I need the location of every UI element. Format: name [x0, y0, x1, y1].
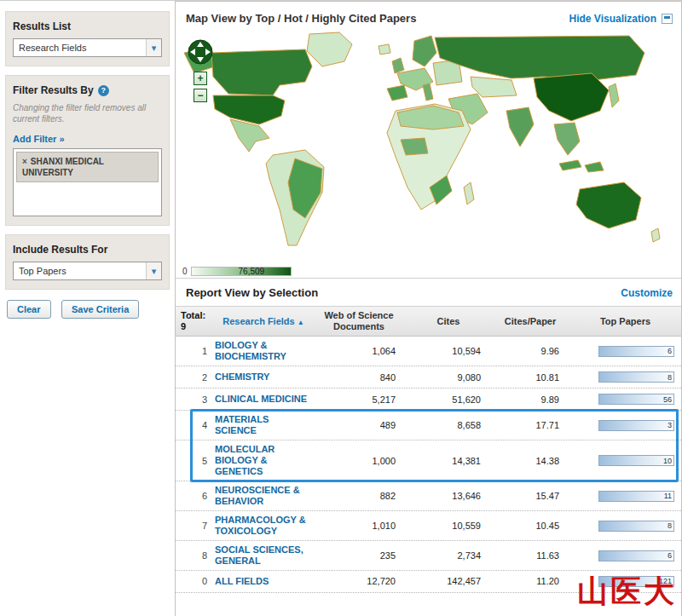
field-link[interactable]: CHEMISTRY — [215, 371, 312, 383]
include-results-dropdown[interactable]: Top Papers ▾ — [13, 262, 162, 280]
pan-control-icon[interactable] — [188, 39, 213, 65]
row-cites-per-paper: 17.71 — [491, 420, 569, 430]
watermark: 山医大 — [577, 571, 677, 613]
collapse-icon[interactable] — [662, 14, 673, 24]
table-row: 1 BIOLOGY & BIOCHEMISTRY 1,064 10,594 9.… — [176, 337, 681, 366]
row-cites: 10,594 — [406, 346, 491, 356]
results-list-block: Results List Research Fields ▾ — [5, 11, 170, 66]
chevron-down-icon[interactable]: ▾ — [146, 262, 161, 279]
zoom-in-button[interactable]: + — [194, 72, 207, 85]
top-papers-value: 6 — [668, 347, 673, 355]
map-view-title: Map View by Top / Hot / Highly Cited Pap… — [186, 12, 416, 25]
table-body: 1 BIOLOGY & BIOCHEMISTRY 1,064 10,594 9.… — [176, 337, 681, 593]
top-papers-bar: 6 — [598, 550, 674, 561]
top-papers-cell: 8 — [569, 371, 681, 383]
row-documents: 1,010 — [312, 521, 406, 531]
active-filters-box: ×SHANXI MEDICAL UNIVERSITY — [13, 148, 162, 216]
row-cites-per-paper: 10.81 — [491, 372, 569, 383]
report-title: Report View by Selection — [186, 286, 318, 299]
filter-note: Changing the filter field removes all cu… — [13, 102, 162, 124]
row-rank: 7 — [176, 521, 215, 531]
top-papers-cell: 11 — [569, 491, 681, 502]
field-link[interactable]: BIOLOGY & BIOCHEMISTRY — [215, 340, 312, 362]
map-controls: + − — [188, 39, 213, 102]
top-papers-cell: 8 — [569, 521, 681, 532]
clear-button[interactable]: Clear — [7, 300, 51, 319]
results-list-dropdown[interactable]: Research Fields ▾ — [13, 38, 162, 57]
remove-filter-icon[interactable]: × — [22, 157, 27, 166]
zoom-out-button[interactable]: − — [194, 89, 207, 102]
map-header: Map View by Top / Hot / Highly Cited Pap… — [176, 2, 681, 29]
customize-link[interactable]: Customize — [621, 287, 673, 299]
sort-asc-icon: ▲ — [298, 319, 304, 326]
field-link[interactable]: ALL FIELDS — [215, 576, 312, 587]
highlight-box: 4 MATERIALS SCIENCE 489 8,658 17.71 3 5 … — [176, 411, 681, 481]
legend-min: 0 — [182, 267, 188, 276]
row-rank: 8 — [176, 550, 215, 561]
legend-max: 76,509 — [239, 267, 265, 276]
top-papers-bar: 10 — [598, 455, 674, 466]
row-rank: 0 — [176, 576, 215, 586]
main-panel: Map View by Top / Hot / Highly Cited Pap… — [175, 1, 682, 616]
filter-block: Filter Results By? Changing the filter f… — [5, 75, 170, 226]
column-header-cites[interactable]: Cites — [406, 316, 491, 327]
row-cites: 51,620 — [406, 394, 491, 405]
field-link[interactable]: CLINICAL MEDICINE — [215, 394, 312, 405]
table-row: 8 SOCIAL SCIENCES, GENERAL 235 2,734 11.… — [176, 541, 681, 571]
row-documents: 12,720 — [312, 576, 406, 586]
row-documents: 5,217 — [312, 394, 406, 405]
row-cites: 2,734 — [406, 550, 491, 561]
page: Results List Research Fields ▾ Filter Re… — [0, 0, 682, 616]
row-cites-per-paper: 9.89 — [491, 394, 569, 405]
map-area: + − 0 76,509 — [176, 29, 681, 278]
field-link[interactable]: PHARMACOLOGY & TOXICOLOGY — [215, 515, 312, 537]
column-header-cites-per-paper[interactable]: Cites/Paper — [491, 316, 569, 327]
row-cites: 10,559 — [406, 521, 491, 531]
table-row: 6 NEUROSCIENCE & BEHAVIOR 882 13,646 15.… — [176, 481, 681, 511]
world-map[interactable] — [177, 29, 680, 261]
top-papers-value: 56 — [663, 395, 673, 404]
field-link[interactable]: MOLECULAR BIOLOGY & GENETICS — [215, 444, 312, 477]
field-link[interactable]: MATERIALS SCIENCE — [215, 414, 312, 436]
row-cites: 9,080 — [406, 372, 491, 383]
results-list-title: Results List — [13, 20, 162, 32]
field-link[interactable]: NEUROSCIENCE & BEHAVIOR — [215, 485, 312, 507]
add-filter-link[interactable]: Add Filter » — [13, 134, 65, 144]
top-papers-bar: 8 — [598, 521, 674, 532]
table-row: 2 CHEMISTRY 840 9,080 10.81 8 — [176, 366, 681, 389]
chevron-down-icon[interactable]: ▾ — [146, 39, 161, 56]
table-row: 5 MOLECULAR BIOLOGY & GENETICS 1,000 14,… — [176, 440, 681, 481]
results-list-value: Research Fields — [19, 43, 86, 53]
row-rank: 3 — [176, 394, 215, 405]
include-results-value: Top Papers — [19, 266, 66, 276]
sidebar: Results List Research Fields ▾ Filter Re… — [0, 1, 175, 616]
row-cites-per-paper: 11.20 — [491, 576, 569, 586]
top-papers-value: 11 — [664, 492, 673, 500]
top-papers-cell: 6 — [569, 346, 681, 357]
filter-chip-label: SHANXI MEDICAL UNIVERSITY — [22, 157, 104, 177]
hide-visualization-link[interactable]: Hide Visualization — [569, 13, 673, 25]
top-papers-bar: 11 — [598, 491, 674, 502]
table-row: 7 PHARMACOLOGY & TOXICOLOGY 1,010 10,559… — [176, 511, 681, 541]
total-count: Total: 9 — [176, 310, 215, 332]
row-cites: 8,658 — [406, 420, 491, 430]
row-cites-per-paper: 15.47 — [491, 491, 569, 501]
include-results-block: Include Results For Top Papers ▾ — [5, 234, 170, 290]
row-cites-per-paper: 9.96 — [491, 346, 569, 356]
save-criteria-button[interactable]: Save Criteria — [61, 300, 139, 319]
filter-chip[interactable]: ×SHANXI MEDICAL UNIVERSITY — [16, 152, 159, 182]
row-cites-per-paper: 11.63 — [491, 550, 569, 561]
column-header-research-fields[interactable]: Research Fields ▲ — [215, 316, 312, 327]
top-papers-value: 6 — [668, 551, 673, 560]
row-rank: 2 — [176, 372, 215, 383]
help-icon[interactable]: ? — [98, 85, 109, 96]
row-cites: 13,646 — [406, 491, 491, 501]
top-papers-bar: 6 — [598, 346, 674, 357]
table-row: 4 MATERIALS SCIENCE 489 8,658 17.71 3 — [176, 411, 681, 440]
table-header-row: Total: 9 Research Fields ▲ Web of Scienc… — [176, 306, 681, 337]
field-link[interactable]: SOCIAL SCIENCES, GENERAL — [215, 544, 312, 567]
report-header: Report View by Selection Customize — [176, 278, 681, 306]
row-documents: 1,064 — [312, 346, 406, 356]
column-header-top-papers[interactable]: Top Papers — [569, 316, 681, 327]
column-header-documents[interactable]: Web of Science Documents — [312, 310, 406, 332]
